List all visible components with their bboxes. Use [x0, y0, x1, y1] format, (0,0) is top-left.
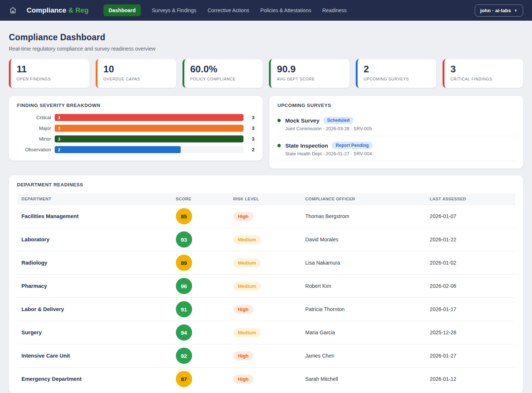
stat-card-avg-dept-score: 90.9AVG DEPT SCORE — [269, 59, 349, 88]
stat-value: 10 — [103, 64, 170, 75]
page-content: Compliance Dashboard Real-time regulator… — [0, 21, 532, 393]
stat-value: 11 — [17, 64, 83, 75]
department-cell: Pharmacy — [17, 275, 171, 298]
home-icon[interactable] — [9, 6, 17, 14]
officer-cell: Patricia Thornton — [301, 298, 425, 321]
score-cell: 93 — [171, 228, 229, 251]
readiness-table-head: DEPARTMENTSCORERISK LEVELCOMPLIANCE OFFI… — [17, 193, 515, 205]
officer-cell: James Chen — [301, 344, 425, 368]
nav-item-label: Readiness — [322, 7, 347, 13]
last-assessed-cell: 2026-01-12 — [425, 368, 515, 391]
score-badge: 87 — [176, 371, 192, 387]
nav-item-dashboard[interactable]: Dashboard — [103, 4, 141, 16]
survey-name: Mock Survey — [285, 117, 320, 124]
severity-bar-inner-count: 2 — [55, 148, 60, 152]
last-assessed-cell: 2026-01-17 — [425, 298, 515, 321]
severity-count: 3 — [247, 136, 255, 142]
survey-status-badge: Report Pending — [332, 142, 373, 149]
stat-card-upcoming-surveys: 2UPCOMING SURVEYS — [356, 59, 436, 88]
score-cell: 91 — [171, 298, 229, 321]
severity-bar-inner-count: 3 — [55, 116, 60, 120]
risk-level-badge: Medium — [233, 235, 261, 244]
nav-item-label: Corrective Actions — [208, 7, 249, 13]
stat-label: POLICY COMPLIANCE — [190, 77, 257, 81]
last-assessed-cell: 2026-01-27 — [425, 344, 515, 368]
chevron-down-icon: ▼ — [514, 8, 518, 13]
severity-panel-title: FINDING SEVERITY BREAKDOWN — [17, 103, 255, 108]
severity-bar-fill: 3 — [55, 125, 243, 132]
department-cell: Facilities Management — [17, 205, 171, 228]
survey-item[interactable]: State InspectionReport PendingState Heal… — [277, 136, 515, 161]
column-header-risk-level: RISK LEVEL — [229, 193, 301, 205]
last-assessed-cell: 2026-01-22 — [425, 228, 515, 251]
nav-item-readiness[interactable]: Readiness — [322, 4, 347, 16]
severity-row-critical: Critical33 — [17, 114, 255, 121]
department-cell: Laboratory — [17, 228, 171, 251]
department-name: Surgery — [21, 330, 42, 335]
brand-accent: & Reg — [68, 6, 89, 14]
score-cell: 89 — [171, 251, 229, 275]
page-title: Compliance Dashboard — [9, 32, 523, 42]
risk-level-badge: Medium — [233, 258, 261, 268]
severity-row-observation: Observation22 — [17, 146, 255, 153]
user-menu-label: john · ai-labs — [480, 8, 511, 13]
last-assessed-cell: 2026-01-07 — [425, 205, 515, 228]
severity-row-minor: Minor33 — [17, 135, 255, 142]
severity-bars: Critical33Major33Minor33Observation22 — [17, 114, 255, 153]
officer-cell: Thomas Bergstrom — [301, 205, 425, 228]
readiness-panel-title: DEPARTMENT READINESS — [17, 182, 515, 187]
severity-bar-track: 2 — [55, 146, 243, 153]
score-badge: 91 — [176, 301, 192, 317]
panels-row: FINDING SEVERITY BREAKDOWN Critical33Maj… — [9, 96, 523, 169]
user-menu-button[interactable]: john · ai-labs ▼ — [475, 4, 523, 17]
stat-label: OVERDUE CAPAS — [103, 77, 170, 81]
department-cell: Emergency Department — [17, 368, 171, 391]
stat-value: 90.9 — [277, 64, 344, 75]
table-row: Radiology89MediumLisa Nakamura2026-01-02 — [17, 251, 515, 275]
stat-label: AVG DEPT SCORE — [277, 77, 344, 81]
officer-cell: Lisa Nakamura — [301, 251, 425, 275]
brand-primary: Compliance — [27, 6, 66, 14]
severity-count: 2 — [247, 147, 255, 152]
severity-count: 3 — [247, 125, 255, 131]
severity-bar-inner-count: 3 — [55, 126, 60, 131]
last-assessed-cell: 2026-01-02 — [425, 251, 515, 275]
nav-item-label: Surveys & Findings — [152, 7, 197, 13]
survey-status-badge: Scheduled — [323, 117, 354, 124]
severity-label: Major — [17, 125, 51, 131]
stat-label: OPEN FINDINGS — [17, 77, 83, 81]
nav-item-label: Policies & Attestations — [260, 7, 311, 13]
survey-meta: State Health Dept · 2026-01-27 · SRV-004 — [285, 151, 373, 156]
severity-bar-inner-count: 3 — [55, 137, 60, 141]
severity-breakdown-panel: FINDING SEVERITY BREAKDOWN Critical33Maj… — [9, 96, 263, 161]
nav-item-policies-attestations[interactable]: Policies & Attestations — [260, 4, 311, 16]
survey-name-row: Mock SurveyScheduled — [285, 117, 372, 124]
department-cell: Intensive Care Unit — [17, 344, 171, 368]
officer-cell: David Morales — [301, 228, 425, 251]
department-cell: Surgery — [17, 321, 171, 344]
nav-item-corrective-actions[interactable]: Corrective Actions — [208, 4, 249, 16]
risk-cell: Medium — [229, 251, 301, 275]
risk-cell: Medium — [229, 228, 301, 251]
survey-status-dot — [277, 144, 281, 147]
survey-name: State Inspection — [285, 142, 328, 149]
department-name: Radiology — [21, 260, 47, 266]
department-name: Labor & Delivery — [21, 306, 64, 312]
officer-cell: Robert Kim — [301, 275, 425, 298]
department-name: Emergency Department — [21, 376, 82, 382]
upcoming-surveys-panel: UPCOMING SURVEYS Mock SurveyScheduledJoi… — [269, 96, 523, 169]
top-navigation: Compliance & Reg DashboardSurveys & Find… — [0, 0, 532, 21]
column-header-department: DEPARTMENT — [17, 193, 171, 205]
survey-list: Mock SurveyScheduledJoint Commission · 2… — [277, 111, 515, 161]
score-badge: 96 — [176, 278, 192, 294]
stat-value: 3 — [450, 64, 517, 75]
stat-card-policy-compliance: 60.0%POLICY COMPLIANCE — [183, 59, 263, 88]
severity-count: 3 — [247, 115, 255, 120]
score-badge: 92 — [176, 348, 192, 364]
severity-bar-track: 3 — [55, 135, 243, 142]
nav-item-surveys-findings[interactable]: Surveys & Findings — [152, 4, 197, 16]
readiness-table-body: Facilities Management85HighThomas Bergst… — [17, 205, 515, 391]
survey-item[interactable]: Mock SurveyScheduledJoint Commission · 2… — [277, 111, 515, 136]
officer-cell: Maria Garcia — [301, 321, 425, 344]
risk-cell: High — [229, 368, 301, 391]
